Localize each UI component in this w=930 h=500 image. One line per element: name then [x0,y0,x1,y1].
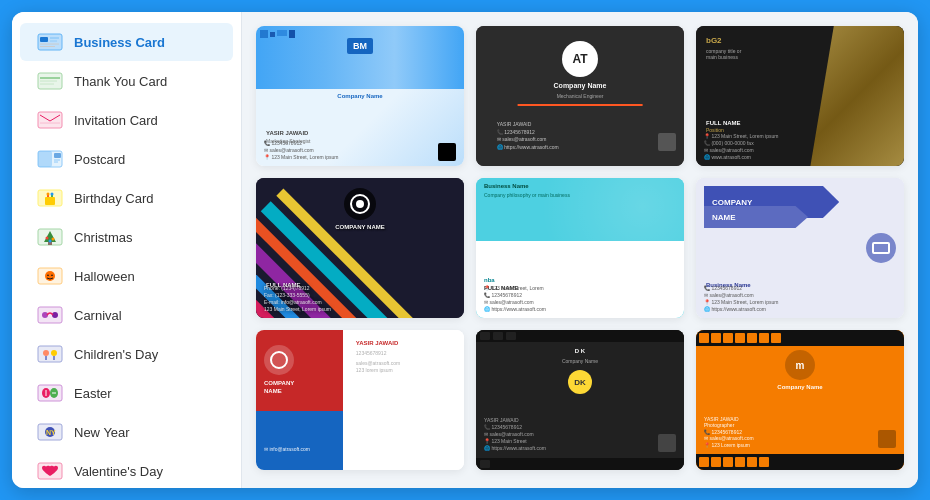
halloween-icon [36,266,64,286]
svg-rect-14 [54,153,61,158]
card-item-9[interactable]: m Company Name YASIR JAWAIDPhotographer📞… [696,330,904,470]
carnival-icon [36,305,64,325]
sidebar-item-valentines-day[interactable]: Valentine's Day [20,452,233,488]
sidebar-item-label: Invitation Card [74,113,158,128]
sidebar-item-postcard[interactable]: Postcard [20,140,233,178]
sidebar-item-label: Christmas [74,230,133,245]
sidebar-item-label: Halloween [74,269,135,284]
card-item-7[interactable]: COMPANY NAME ✉ info@atrasoft.com YASIR J… [256,330,464,470]
svg-rect-33 [38,307,62,323]
svg-point-21 [47,193,50,196]
sidebar-item-birthday-card[interactable]: Birthday Card [20,179,233,217]
sidebar-item-childrens-day[interactable]: Children's Day [20,335,233,373]
invitation-card-icon [36,110,64,130]
svg-rect-18 [45,197,55,205]
business-card-icon [36,32,64,52]
card-item-1[interactable]: BM Company Name YASIR JAWAID Marketing S… [256,26,464,166]
sidebar-item-christmas[interactable]: Christmas [20,218,233,256]
card-item-2[interactable]: AT Company Name Mechanical Engineer YASI… [476,26,684,166]
new-year-icon: NY [36,422,64,442]
sidebar-item-label: Easter [74,386,112,401]
thank-you-card-icon [36,71,64,91]
sidebar-item-label: New Year [74,425,130,440]
sidebar-item-carnival[interactable]: Carnival [20,296,233,334]
main-container: Business Card Thank You Card [12,12,918,488]
sidebar-item-label: Valentine's Day [74,464,163,479]
svg-point-38 [51,350,57,356]
svg-rect-36 [38,346,62,362]
sidebar-item-business-card[interactable]: Business Card [20,23,233,61]
christmas-icon [36,227,64,247]
card-item-6[interactable]: COMPANY NAME Business Name 📞 12345678912… [696,178,904,318]
sidebar-item-halloween[interactable]: Halloween [20,257,233,295]
sidebar-item-label: Children's Day [74,347,158,362]
sidebar-item-easter[interactable]: Easter [20,374,233,412]
childrens-day-icon [36,344,64,364]
cards-grid: BM Company Name YASIR JAWAID Marketing S… [256,26,904,470]
sidebar-item-label: Birthday Card [74,191,153,206]
card-item-8[interactable]: D K Company Name DK YASIR JAWAID📞 123456… [476,330,684,470]
svg-point-26 [46,237,49,240]
sidebar: Business Card Thank You Card [12,12,242,488]
sidebar-item-label: Business Card [74,35,165,50]
card-item-5[interactable]: Business Name Company philosophy or main… [476,178,684,318]
card-item-3[interactable]: bG2 company title or main business FULL … [696,26,904,166]
valentines-day-icon [36,461,64,481]
sidebar-item-invitation-card[interactable]: Invitation Card [20,101,233,139]
svg-rect-1 [40,37,48,42]
content-area: BM Company Name YASIR JAWAID Marketing S… [242,12,918,488]
svg-point-22 [51,193,54,196]
svg-point-27 [52,238,55,241]
sidebar-item-label: Postcard [74,152,125,167]
svg-point-37 [43,350,49,356]
sidebar-item-label: Thank You Card [74,74,167,89]
svg-rect-10 [38,112,62,128]
sidebar-item-new-year[interactable]: NY New Year [20,413,233,451]
svg-rect-13 [38,151,52,167]
svg-text:NY: NY [46,429,56,436]
easter-icon [36,383,64,403]
birthday-card-icon [36,188,64,208]
sidebar-item-label: Carnival [74,308,122,323]
postcard-icon [36,149,64,169]
card-item-4[interactable]: COMPANY NAME FULL NAME Phone: (1234)7891… [256,178,464,318]
svg-point-28 [49,240,52,243]
sidebar-item-thank-you-card[interactable]: Thank You Card [20,62,233,100]
